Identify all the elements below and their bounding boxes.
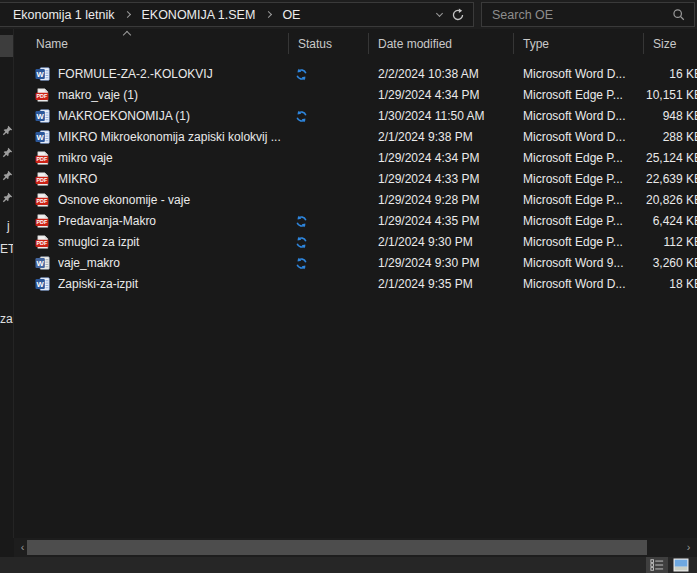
file-size: 6,424 KB — [554, 211, 697, 232]
file-row[interactable]: mikro vaje 1/29/2024 4:34 PM Microsoft E… — [14, 148, 697, 169]
file-date: 1/29/2024 4:33 PM — [378, 169, 518, 190]
refresh-icon[interactable] — [451, 8, 465, 22]
search-box[interactable]: Search OE — [481, 2, 695, 27]
file-size: 25,124 KB — [554, 148, 697, 169]
search-icon[interactable] — [672, 8, 685, 21]
file-row[interactable]: Osnove ekonomije - vaje 1/29/2024 9:28 P… — [14, 190, 697, 211]
file-size: 10,151 KB — [554, 85, 697, 106]
file-name: MAKROEKONOMIJA (1) — [58, 106, 286, 127]
pdf-icon — [35, 214, 50, 229]
file-date: 2/2/2024 10:38 AM — [378, 64, 518, 85]
chevron-down-icon[interactable] — [436, 9, 443, 16]
file-date: 1/29/2024 4:34 PM — [378, 148, 518, 169]
column-header-date[interactable]: Date modified — [378, 29, 452, 58]
sync-status-icon — [295, 257, 308, 270]
nav-item-fragment[interactable]: za v — [0, 312, 14, 326]
file-size: 948 KB — [554, 106, 697, 127]
sync-status-icon — [295, 110, 308, 123]
file-date: 2/1/2024 9:30 PM — [378, 232, 518, 253]
file-date: 1/30/2024 11:50 AM — [378, 106, 518, 127]
file-name: MIKRO — [58, 169, 286, 190]
scrollbar-thumb[interactable] — [27, 540, 647, 555]
file-row[interactable]: MIKRO Mikroekonomija zapiski kolokvij ..… — [14, 127, 697, 148]
toolbar: Ekonomija 1 letnik EKONOMIJA 1.SEM OE Se… — [0, 0, 697, 29]
file-size: 16 KB — [554, 64, 697, 85]
pdf-icon — [35, 151, 50, 166]
file-name: mikro vaje — [58, 148, 286, 169]
pdf-icon — [35, 88, 50, 103]
navigation-pane-edge: j ETI za v — [0, 29, 14, 538]
file-name: MIKRO Mikroekonomija zapiski kolokvij ..… — [58, 127, 286, 148]
file-row[interactable]: smuglci za izpit 2/1/2024 9:30 PM Micros… — [14, 232, 697, 253]
nav-item-fragment[interactable]: ETI — [0, 242, 14, 256]
word-doc-icon — [35, 109, 50, 124]
pin-icon — [2, 125, 13, 136]
column-header-type[interactable]: Type — [523, 29, 549, 58]
sort-ascending-icon — [123, 31, 131, 39]
column-header-size[interactable]: Size — [653, 29, 676, 58]
file-date: 1/29/2024 9:30 PM — [378, 253, 518, 274]
file-name: smuglci za izpit — [58, 232, 286, 253]
breadcrumb-separator-icon[interactable] — [265, 11, 272, 18]
file-row[interactable]: Predavanja-Makro 1/29/2024 4:35 PM Micro… — [14, 211, 697, 232]
sync-status-icon — [295, 236, 308, 249]
status-bar — [0, 557, 697, 573]
file-date: 1/29/2024 4:35 PM — [378, 211, 518, 232]
file-row[interactable]: makro_vaje (1) 1/29/2024 4:34 PM Microso… — [14, 85, 697, 106]
column-header-row: Name Status Date modified Type Size — [14, 29, 697, 58]
file-name: vaje_makro — [58, 253, 286, 274]
file-name: FORMULE-ZA-2.-KOLOKVIJ — [58, 64, 286, 85]
thumbnail-view-button[interactable] — [670, 557, 692, 573]
word-doc-icon — [35, 130, 50, 145]
file-row[interactable]: MAKROEKONOMIJA (1) 1/30/2024 11:50 AM Mi… — [14, 106, 697, 127]
column-divider[interactable] — [368, 33, 369, 54]
sync-status-icon — [295, 215, 308, 228]
breadcrumb-separator-icon[interactable] — [124, 11, 131, 18]
file-size: 18 KB — [554, 274, 697, 295]
pin-icon — [2, 170, 13, 181]
file-row[interactable]: Zapiski-za-izpit 2/1/2024 9:35 PM Micros… — [14, 274, 697, 295]
nav-scrollbar-thumb[interactable] — [0, 35, 13, 57]
file-name: makro_vaje (1) — [58, 85, 286, 106]
file-explorer-window: Ekonomija 1 letnik EKONOMIJA 1.SEM OE Se… — [0, 0, 697, 573]
file-size: 3,260 KB — [554, 253, 697, 274]
file-size: 22,639 KB — [554, 169, 697, 190]
file-row[interactable]: vaje_makro 1/29/2024 9:30 PM Microsoft W… — [14, 253, 697, 274]
thumbnail-view-icon — [673, 558, 689, 572]
pdf-icon — [35, 172, 50, 187]
pin-icon — [2, 147, 13, 158]
file-row[interactable]: MIKRO 1/29/2024 4:33 PM Microsoft Edge P… — [14, 169, 697, 190]
nav-item-fragment[interactable]: j — [7, 219, 10, 233]
scroll-right-icon[interactable]: › — [682, 538, 695, 557]
column-divider[interactable] — [288, 33, 289, 54]
breadcrumb-segment[interactable]: OE — [280, 8, 302, 22]
details-view-icon — [650, 558, 664, 572]
column-header-name[interactable]: Name — [36, 29, 68, 58]
word-doc-icon — [35, 277, 50, 292]
column-divider[interactable] — [513, 33, 514, 54]
address-bar[interactable]: Ekonomija 1 letnik EKONOMIJA 1.SEM OE — [0, 2, 474, 27]
column-divider[interactable] — [643, 33, 644, 54]
file-date: 2/1/2024 9:38 PM — [378, 127, 518, 148]
file-size: 112 KB — [554, 232, 697, 253]
search-input[interactable]: Search OE — [482, 8, 672, 22]
file-name: Predavanja-Makro — [58, 211, 286, 232]
file-row[interactable]: FORMULE-ZA-2.-KOLOKVIJ 2/2/2024 10:38 AM… — [14, 64, 697, 85]
file-name: Osnove ekonomije - vaje — [58, 190, 286, 211]
breadcrumb-segment[interactable]: Ekonomija 1 letnik — [11, 8, 116, 22]
breadcrumb-segment[interactable]: EKONOMIJA 1.SEM — [139, 8, 257, 22]
word-doc-icon — [35, 67, 50, 82]
file-name: Zapiski-za-izpit — [58, 274, 286, 295]
details-view-button[interactable] — [646, 557, 668, 573]
horizontal-scrollbar[interactable]: ‹ › — [14, 538, 697, 557]
file-date: 1/29/2024 4:34 PM — [378, 85, 518, 106]
file-date: 2/1/2024 9:35 PM — [378, 274, 518, 295]
column-header-status[interactable]: Status — [298, 29, 332, 58]
file-size: 288 KB — [554, 127, 697, 148]
file-size: 20,826 KB — [554, 190, 697, 211]
pin-icon — [2, 192, 13, 203]
sync-status-icon — [295, 68, 308, 81]
file-date: 1/29/2024 9:28 PM — [378, 190, 518, 211]
pdf-icon — [35, 235, 50, 250]
pdf-icon — [35, 193, 50, 208]
